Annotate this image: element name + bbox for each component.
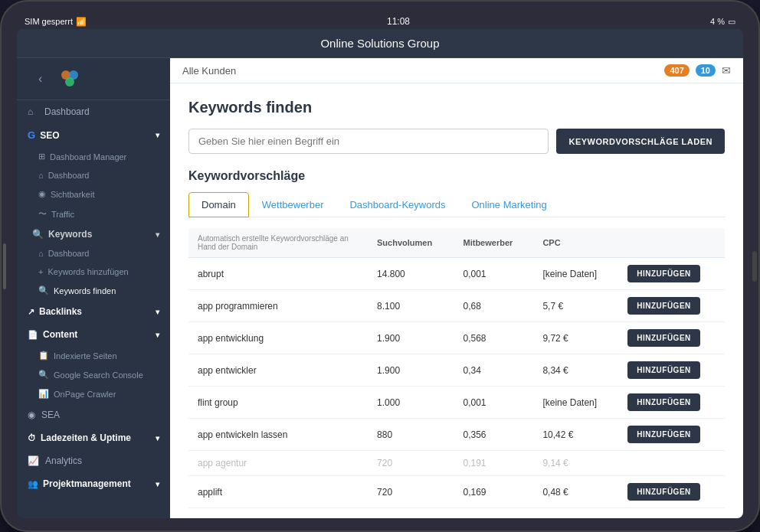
sichtbarkeit-icon: ◉: [38, 189, 46, 199]
sidebar-item-kw-find[interactable]: 🔍 Keywords finden: [17, 281, 170, 300]
content-icon: 📄: [28, 330, 38, 340]
seo-dashboard-icon: ⌂: [38, 171, 44, 180]
sidebar-item-dashboard-manager[interactable]: ⊞ Dashboard Manager: [17, 147, 170, 166]
table-header-row: Automatisch erstellte Keywordvorschläge …: [188, 228, 725, 258]
keywords-label: Keywords: [48, 229, 92, 240]
table-row: app entwickeln lassen8800,35610,42 €HINZ…: [188, 419, 725, 451]
cell-suchvolumen: 1.900: [368, 322, 454, 354]
cell-mitbewerber: 0,001: [454, 387, 534, 419]
cell-keyword: app entwicklung: [188, 322, 368, 354]
cell-keyword: app entwickeln lassen: [188, 419, 368, 451]
add-keyword-button[interactable]: HINZUFÜGEN: [627, 426, 700, 443]
add-keyword-button[interactable]: HINZUFÜGEN: [627, 483, 700, 501]
sidebar-item-indexierte-seiten[interactable]: 📋 Indexierte Seiten: [17, 346, 170, 365]
sidebar-item-seo-dashboard[interactable]: ⌂ Dashboard: [17, 166, 170, 184]
sidebar-item-google-search-console[interactable]: 🔍 Google Search Console: [17, 365, 170, 384]
col-suchvolumen-header: Suchvolumen: [368, 228, 454, 258]
keywords-chevron-icon: ▾: [156, 230, 159, 239]
add-keyword-button[interactable]: HINZUFÜGEN: [627, 393, 700, 411]
cell-suchvolumen: 720: [368, 451, 454, 476]
table-row: applift7200,1690,48 €HINZUFÜGEN: [188, 476, 725, 508]
kw-dashboard-label: Dashboard: [48, 249, 90, 258]
cell-mitbewerber: 0,68: [454, 290, 534, 322]
sidebar-section-projektmanagement[interactable]: 👥 Projektmanagement ▾: [17, 472, 170, 495]
add-keyword-button[interactable]: HINZUFÜGEN: [627, 297, 700, 315]
col-cpc-header: CPC: [533, 228, 618, 258]
status-left: SIM gesperrt 📶: [25, 17, 87, 27]
status-bar: SIM gesperrt 📶 11:08 4 % ▭: [17, 14, 743, 29]
kw-dashboard-icon: ⌂: [38, 249, 44, 258]
sidebar-item-analytics[interactable]: 📈 Analytics: [17, 449, 170, 472]
tablet-frame: SIM gesperrt 📶 11:08 4 % ▭ Online Soluti…: [0, 0, 760, 532]
traffic-icon: 〜: [38, 208, 47, 220]
cell-keyword: abrupt: [188, 258, 368, 290]
pm-icon: 👥: [28, 479, 38, 489]
keywords-panel: Keywords finden KEYWORDVORSCHLÄGE LADEN …: [170, 83, 743, 518]
cell-cpc: 0,48 €: [533, 476, 618, 508]
add-keyword-button[interactable]: HINZUFÜGEN: [627, 329, 700, 347]
clock: 11:08: [387, 16, 410, 27]
tabs-row: Domain Wettbewerber Dashboard-Keywords O…: [188, 192, 725, 217]
email-icon[interactable]: ✉: [722, 64, 731, 77]
tab-domain[interactable]: Domain: [188, 192, 249, 217]
battery-percentage: 4 %: [710, 17, 725, 26]
sidebar-item-dashboard[interactable]: ⌂ Dashboard: [17, 100, 170, 123]
sim-status: SIM gesperrt: [25, 17, 73, 26]
section-subtitle: Keywordvorschläge: [188, 169, 725, 183]
sidebar-item-kw-add[interactable]: + Keywords hinzufügen: [17, 263, 170, 281]
cell-suchvolumen: 880: [368, 419, 454, 451]
sidebar-section-keywords[interactable]: 🔍 Keywords ▾: [17, 224, 170, 244]
sidebar-section-content[interactable]: 📄 Content ▾: [17, 323, 170, 346]
header-bar: Online Solutions Group: [17, 29, 743, 58]
svg-point-2: [65, 77, 74, 86]
sidebar-section-seo[interactable]: G SEO ▾: [17, 123, 170, 147]
cell-action: HINZUFÜGEN: [618, 290, 725, 322]
cell-action: HINZUFÜGEN: [618, 419, 725, 451]
cell-suchvolumen: 720: [368, 476, 454, 508]
col-action-header: [618, 228, 725, 258]
onpage-label: OnPage Crawler: [54, 390, 116, 399]
back-button[interactable]: ‹: [28, 66, 53, 92]
sidebar-section-ladezeiten[interactable]: ⏱ Ladezeiten & Uptime ▾: [17, 426, 170, 449]
tab-wettbewerber[interactable]: Wettbewerber: [249, 192, 337, 217]
sidebar-item-sichtbarkeit[interactable]: ◉ Sichtbarkeit: [17, 184, 170, 204]
indexierte-icon: 📋: [38, 351, 49, 361]
sidebar-item-traffic[interactable]: 〜 Traffic: [17, 204, 170, 224]
sidebar-section-backlinks[interactable]: ↗ Backlinks ▾: [17, 300, 170, 323]
cell-mitbewerber: 0,34: [454, 354, 534, 387]
tab-dashboard-keywords[interactable]: Dashboard-Keywords: [336, 192, 458, 217]
table-row: app agentur7200,1919,14 €: [188, 451, 725, 476]
cell-action: HINZUFÜGEN: [618, 258, 725, 290]
cell-keyword: flint group: [188, 387, 368, 419]
add-keyword-button[interactable]: HINZUFÜGEN: [627, 265, 700, 282]
backlinks-label: Backlinks: [39, 306, 82, 317]
kw-add-icon: +: [38, 267, 43, 276]
content-label: Content: [43, 329, 77, 340]
screen: Online Solutions Group ‹: [17, 29, 743, 518]
traffic-label: Traffic: [51, 210, 74, 219]
kw-find-label: Keywords finden: [54, 286, 116, 295]
cell-suchvolumen: 14.800: [368, 258, 454, 290]
sub-header: Alle Kunden 407 10 ✉: [170, 58, 743, 83]
cell-suchvolumen: 1.000: [368, 387, 454, 419]
cell-suchvolumen: 1.900: [368, 354, 454, 387]
cell-mitbewerber: 0,169: [454, 476, 534, 508]
header-title: Online Solutions Group: [320, 37, 439, 50]
cell-cpc: 8,34 €: [533, 354, 618, 387]
sidebar-item-onpage-crawler[interactable]: 📊 OnPage Crawler: [17, 384, 170, 403]
search-row: KEYWORDVORSCHLÄGE LADEN: [188, 129, 725, 154]
add-keyword-button[interactable]: HINZUFÜGEN: [627, 361, 700, 379]
col-mitbewerber-header: Mitbewerber: [454, 228, 534, 258]
tab-online-marketing[interactable]: Online Marketing: [459, 192, 560, 217]
load-suggestions-button[interactable]: KEYWORDVORSCHLÄGE LADEN: [556, 129, 725, 154]
sidebar-item-sea[interactable]: ◉ SEA: [17, 403, 170, 426]
indexierte-label: Indexierte Seiten: [54, 351, 117, 361]
sidebar-dashboard-label: Dashboard: [44, 106, 90, 117]
seo-g-icon: G: [28, 129, 35, 141]
gsc-icon: 🔍: [38, 370, 49, 380]
keyword-search-input[interactable]: [188, 129, 549, 154]
sichtbarkeit-label: Sichtbarkeit: [51, 190, 94, 199]
cell-cpc: [keine Daten]: [533, 387, 618, 419]
sidebar-item-kw-dashboard[interactable]: ⌂ Dashboard: [17, 244, 170, 263]
wifi-icon: 📶: [76, 17, 87, 27]
